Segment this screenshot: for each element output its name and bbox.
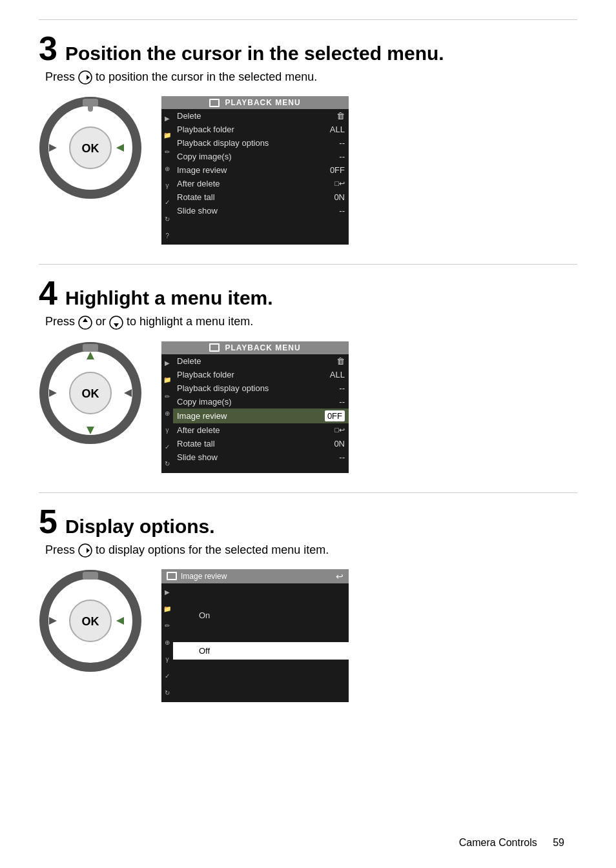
menu-row-slideshow: Slide show -- xyxy=(173,204,349,217)
menu-header-title-4: PLAYBACK MENU xyxy=(225,343,300,352)
panel-header-title-5: Image review xyxy=(181,572,227,581)
svg-marker-17 xyxy=(87,352,94,359)
svg-marker-6 xyxy=(116,144,124,152)
step-3-content: OK PLAYBACK MENU xyxy=(39,96,577,245)
si5-playback: ▶ xyxy=(163,585,171,600)
step-3-number: 3 xyxy=(39,32,57,65)
step-5-dial: OK xyxy=(39,569,142,675)
step-5-content: OK Image review ↩ ▶ xyxy=(39,569,577,702)
step-3-title: Position the cursor in the selected menu… xyxy=(65,43,444,65)
step-5-number: 5 xyxy=(39,505,57,538)
section-5: 5 Display options. Press to display opti… xyxy=(39,492,577,702)
step-5-title: Display options. xyxy=(65,516,215,538)
ir-row-empty4 xyxy=(173,678,349,696)
si4-folder: 📁 xyxy=(163,372,171,388)
dial-svg-5: OK xyxy=(39,569,142,672)
ir-row-empty3 xyxy=(173,660,349,678)
undo-icon-5: ↩ xyxy=(336,571,344,581)
step-5-desc: Press to display options for the selecte… xyxy=(45,543,577,558)
menu4-row-copy: Copy image(s) -- xyxy=(173,395,349,409)
step-3-side-icons: ▶ 📁 ✏ ⊕ γ ✓ ↻ ? xyxy=(161,109,173,245)
svg-rect-29 xyxy=(83,572,98,580)
menu-header-icon-3 xyxy=(209,99,220,107)
dial-svg-4: OK xyxy=(39,341,142,445)
svg-text:OK: OK xyxy=(82,142,99,155)
step-4-menu: PLAYBACK MENU ▶ 📁 ✏ ⊕ γ ✓ ↻ Delete xyxy=(161,341,349,473)
si4-rotate: ↻ xyxy=(163,456,171,472)
step-4-side-icons: ▶ 📁 ✏ ⊕ γ ✓ ↻ xyxy=(161,354,173,473)
svg-marker-27 xyxy=(116,617,124,625)
footer: Camera Controls 59 xyxy=(459,837,577,849)
menu4-row-review: Image review 0FF xyxy=(173,409,349,423)
svg-marker-23 xyxy=(87,548,90,553)
svg-marker-1 xyxy=(87,75,90,80)
section-3-header: 3 Position the cursor in the selected me… xyxy=(39,32,577,65)
step-4-title: Highlight a menu item. xyxy=(65,287,273,309)
si-gamma: γ xyxy=(163,177,171,193)
svg-marker-19 xyxy=(49,389,57,397)
step-5-panel-body: ▶ 📁 ✏ ⊕ γ ✓ ↻ On Off xyxy=(161,583,349,702)
step-4-desc: Press or to highlight a menu item. xyxy=(45,315,577,329)
step-3-menu-rows: Delete 🗑 Playback folder ALL Playback di… xyxy=(173,109,349,245)
dial-svg-3: OK xyxy=(39,96,142,199)
si4-brush: ✏ xyxy=(163,389,171,405)
si-copy: ⊕ xyxy=(163,161,171,176)
si5-copy: ⊕ xyxy=(163,635,171,651)
menu-header-title-3: PLAYBACK MENU xyxy=(225,98,300,107)
menu4-row-display: Playback display options -- xyxy=(173,381,349,395)
si5-rotate: ↻ xyxy=(163,685,171,701)
svg-rect-9 xyxy=(83,99,98,106)
menu4-row-rotate: Rotate tall 0N xyxy=(173,437,349,450)
step-5-panel-header: Image review ↩ xyxy=(161,569,349,583)
step-5-side-icons: ▶ 📁 ✏ ⊕ γ ✓ ↻ xyxy=(161,583,173,702)
section-3: 3 Position the cursor in the selected me… xyxy=(39,19,577,245)
si4-copy: ⊕ xyxy=(163,406,171,421)
section-4-header: 4 Highlight a menu item. xyxy=(39,276,577,310)
menu-row-rotate: Rotate tall 0N xyxy=(173,190,349,204)
menu-header-icon-4 xyxy=(209,343,220,352)
si4-check: ✓ xyxy=(163,439,171,455)
step-5-options: On Off xyxy=(173,583,349,702)
svg-marker-8 xyxy=(49,144,57,152)
si-question: ? xyxy=(163,228,171,243)
step-3-menu: PLAYBACK MENU ▶ 📁 ✏ ⊕ γ ✓ ↻ ? xyxy=(161,96,349,245)
up-nav-icon-4 xyxy=(78,316,92,330)
si-rotate: ↻ xyxy=(163,211,171,227)
si5-gamma: γ xyxy=(163,652,171,667)
menu-row-display: Playback display options -- xyxy=(173,136,349,150)
menu-row-review: Image review 0FF xyxy=(173,163,349,177)
step-4-menu-rows: Delete 🗑 Playback folder ALL Playback di… xyxy=(173,354,349,473)
section-4: 4 Highlight a menu item. Press or to hig… xyxy=(39,264,577,472)
si5-folder: 📁 xyxy=(163,601,171,617)
si-check: ✓ xyxy=(163,194,171,210)
menu4-row-delete: Delete 🗑 xyxy=(173,354,349,368)
ir-row-empty2 xyxy=(173,624,349,642)
step-5-panel: Image review ↩ ▶ 📁 ✏ ⊕ γ ✓ ↻ xyxy=(161,569,349,702)
ir-row-empty1 xyxy=(173,589,349,607)
si4-gamma: γ xyxy=(163,423,171,438)
step-3-menu-header: PLAYBACK MENU xyxy=(161,96,349,109)
menu4-row-afterdelete: After delete □↩ xyxy=(173,423,349,437)
right-nav-icon-5 xyxy=(78,543,92,558)
si-brush: ✏ xyxy=(163,144,171,159)
step-4-number: 4 xyxy=(39,276,57,310)
svg-marker-20 xyxy=(124,389,132,397)
menu-row-copy: Copy image(s) -- xyxy=(173,150,349,163)
step-3-dial: OK xyxy=(39,96,142,202)
step-4-menu-header: PLAYBACK MENU xyxy=(161,341,349,354)
svg-text:OK: OK xyxy=(82,387,99,400)
step-4-dial: OK xyxy=(39,341,142,447)
menu-row-afterdelete: After delete □↩ xyxy=(173,177,349,190)
menu4-row-folder: Playback folder ALL xyxy=(173,368,349,381)
ir-row-on: On xyxy=(173,607,349,624)
right-nav-icon-3 xyxy=(78,70,92,85)
step-4-menu-body: ▶ 📁 ✏ ⊕ γ ✓ ↻ Delete 🗑 xyxy=(161,354,349,473)
svg-marker-11 xyxy=(83,318,88,322)
si4-playback: ▶ xyxy=(163,356,171,371)
panel-header-icon-5 xyxy=(167,572,177,580)
section-5-header: 5 Display options. xyxy=(39,505,577,538)
menu-row-folder: Playback folder ALL xyxy=(173,123,349,136)
step-3-menu-body: ▶ 📁 ✏ ⊕ γ ✓ ↻ ? Delete 🗑 xyxy=(161,109,349,245)
step-5-header-left: Image review xyxy=(167,572,227,581)
down-nav-icon-4 xyxy=(109,316,123,330)
